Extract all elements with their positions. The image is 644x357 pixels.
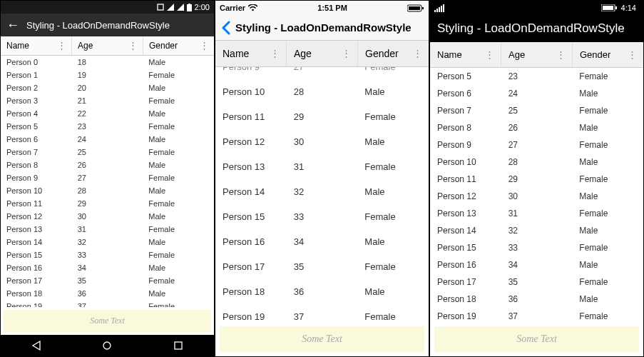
table-row[interactable]: Person 725Female — [430, 102, 643, 119]
table-row[interactable]: Person 1735Female — [215, 254, 429, 279]
cell-gender: Female — [143, 94, 214, 107]
table-row[interactable]: Person 523Female — [430, 68, 643, 85]
table-row[interactable]: Person 1937Female — [215, 304, 429, 322]
table-row[interactable]: Person 1129Female — [215, 104, 429, 129]
column-label: Gender — [365, 48, 399, 59]
cell-age: 24 — [501, 85, 573, 102]
cell-name: Person 7 — [1, 146, 72, 159]
table-row[interactable]: Person 826Male — [430, 119, 643, 136]
column-menu-icon[interactable]: ⋮ — [413, 51, 421, 55]
grid-header: Name ⋮ Age ⋮ Gender ⋮ — [1, 36, 214, 56]
column-label: Gender — [580, 49, 610, 60]
column-header-name[interactable]: Name ⋮ — [1, 36, 72, 55]
load-on-demand-row[interactable]: Some Text — [4, 310, 211, 332]
table-row[interactable]: Person 1836Male — [215, 279, 429, 304]
android-statusbar: 2:00 — [1, 1, 214, 14]
table-row[interactable]: Person 1634Male — [430, 256, 643, 273]
cell-age: 23 — [72, 120, 143, 133]
ios-titlebar: Styling - LoadOnDemandRowStyle — [215, 15, 429, 41]
column-menu-icon[interactable]: ⋮ — [270, 51, 279, 55]
cell-gender: Female — [357, 304, 429, 322]
load-on-demand-row[interactable]: Some Text — [220, 326, 424, 352]
table-row[interactable]: Person 1432Male — [1, 236, 214, 248]
table-row[interactable]: Person 927Female — [430, 136, 643, 154]
back-chevron-icon[interactable] — [221, 21, 231, 35]
cell-age: 32 — [72, 236, 143, 248]
nav-recent-icon[interactable] — [173, 341, 183, 351]
table-row[interactable]: Person 1129Female — [430, 171, 643, 188]
table-row[interactable]: Person 1533Female — [430, 239, 643, 256]
column-menu-icon[interactable]: ⋮ — [57, 44, 66, 47]
cell-gender: Male — [572, 256, 643, 273]
table-row[interactable]: Person 1533Female — [215, 204, 429, 229]
table-row[interactable]: Person 725Female — [1, 146, 214, 159]
cell-name: Person 17 — [215, 254, 287, 279]
table-row[interactable]: Person 321Female — [1, 94, 214, 107]
grid-body[interactable]: Person 523FemalePerson 624MalePerson 725… — [430, 68, 643, 322]
nav-home-icon[interactable] — [102, 341, 112, 351]
uwp-device: 4:14 Styling - LoadOnDemandRowStyle Name… — [429, 0, 644, 357]
column-header-name[interactable]: Name ⋮ — [215, 41, 287, 66]
table-row[interactable]: Person 1533Female — [1, 248, 214, 261]
table-row[interactable]: Person 1230Male — [215, 129, 429, 154]
back-arrow-icon[interactable]: ← — [6, 19, 19, 31]
cell-name: Person 15 — [215, 204, 287, 229]
column-menu-icon[interactable]: ⋮ — [556, 53, 565, 56]
table-row[interactable]: Person 1028Male — [1, 184, 214, 197]
table-row[interactable]: Person 1634Male — [215, 229, 429, 254]
table-row[interactable]: Person 1230Male — [1, 210, 214, 223]
table-row[interactable]: Person 220Male — [1, 81, 214, 94]
cell-name: Person 14 — [430, 222, 501, 239]
signal-icon — [167, 4, 174, 11]
column-header-name[interactable]: Name ⋮ — [430, 42, 501, 67]
column-header-age[interactable]: Age ⋮ — [72, 36, 143, 55]
svg-rect-11 — [422, 7, 424, 9]
table-row[interactable]: Person 1331Female — [215, 154, 429, 179]
table-row[interactable]: Person 624Male — [1, 133, 214, 146]
table-row[interactable]: Person 1331Female — [1, 223, 214, 236]
grid-body[interactable]: Person 9 27 Female Person 1028MalePerson… — [215, 67, 429, 322]
column-menu-icon[interactable]: ⋮ — [200, 44, 208, 47]
table-row[interactable]: Person 1432Male — [215, 179, 429, 204]
svg-rect-14 — [439, 7, 440, 12]
table-row[interactable]: Person 1432Male — [430, 222, 643, 239]
signal-icon — [177, 4, 184, 11]
table-row[interactable]: Person 1230Male — [430, 188, 643, 205]
table-row[interactable]: Person 1836Male — [1, 287, 214, 300]
table-row[interactable]: Person 119Female — [1, 69, 214, 81]
table-row[interactable]: Person 1735Female — [430, 273, 643, 291]
column-menu-icon[interactable]: ⋮ — [342, 51, 350, 55]
table-row[interactable]: Person 1634Male — [1, 261, 214, 274]
table-row[interactable]: Person 1028Male — [215, 79, 429, 104]
column-header-age[interactable]: Age ⋮ — [501, 42, 573, 67]
table-row[interactable]: Person 1836Male — [430, 291, 643, 308]
table-row[interactable]: Person 018Male — [1, 56, 214, 69]
grid-body[interactable]: Person 018MalePerson 119FemalePerson 220… — [1, 56, 214, 307]
cell-gender: Male — [572, 291, 643, 308]
table-row[interactable]: Person 927Female — [1, 171, 214, 184]
cell-name: Person 12 — [1, 210, 72, 223]
table-row[interactable]: Person 523Female — [1, 120, 214, 133]
table-row[interactable]: Person 422Male — [1, 107, 214, 120]
square-icon — [157, 4, 164, 11]
table-row[interactable]: Person 826Male — [1, 159, 214, 171]
table-row[interactable]: Person 624Male — [430, 85, 643, 102]
table-row[interactable]: Person 1331Female — [430, 205, 643, 222]
nav-back-icon[interactable] — [31, 341, 41, 351]
column-header-gender[interactable]: Gender ⋮ — [143, 36, 214, 55]
column-header-age[interactable]: Age ⋮ — [287, 41, 358, 66]
table-row[interactable]: Person 1028Male — [430, 154, 643, 171]
column-header-gender[interactable]: Gender ⋮ — [358, 41, 429, 66]
table-row-partial[interactable]: Person 9 27 Female — [215, 67, 429, 79]
table-row[interactable]: Person 1937Female — [430, 308, 643, 322]
column-menu-icon[interactable]: ⋮ — [485, 53, 494, 56]
column-menu-icon[interactable]: ⋮ — [628, 53, 636, 56]
column-menu-icon[interactable]: ⋮ — [128, 44, 137, 47]
column-label: Name — [437, 49, 462, 60]
column-header-gender[interactable]: Gender ⋮ — [573, 42, 643, 67]
load-on-demand-row[interactable]: Some Text — [434, 326, 639, 352]
table-row[interactable]: Person 1129Female — [1, 197, 214, 210]
table-row[interactable]: Person 1937Female — [1, 300, 214, 307]
table-row[interactable]: Person 1735Female — [1, 274, 214, 287]
cell-age: 33 — [501, 239, 573, 256]
